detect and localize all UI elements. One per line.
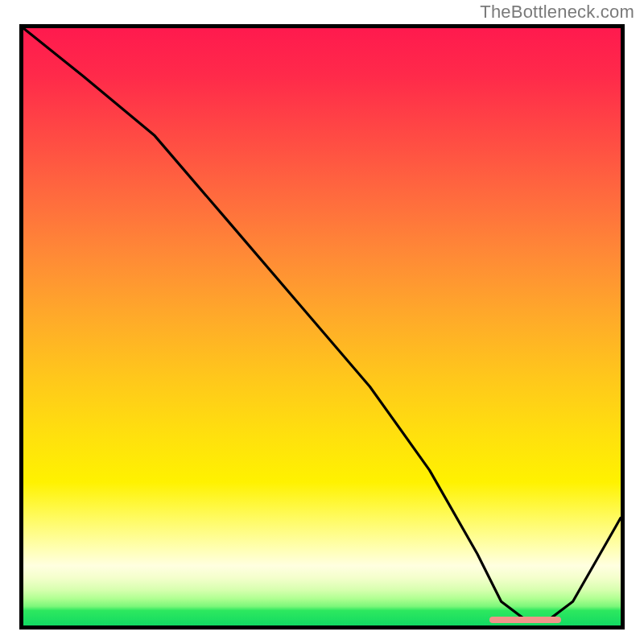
bottleneck-curve — [23, 28, 621, 625]
optimal-range-marker — [489, 617, 561, 623]
plot-frame — [19, 24, 625, 630]
attribution-label: TheBottleneck.com — [480, 2, 634, 23]
chart-container: TheBottleneck.com — [0, 0, 644, 644]
